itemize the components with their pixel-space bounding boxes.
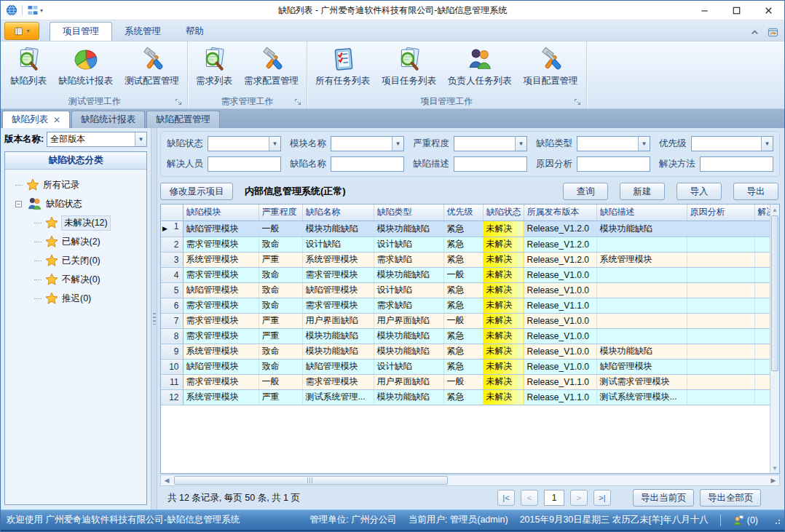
filter-input-cause-analysis[interactable]	[577, 156, 650, 172]
table-row[interactable]: 4需求管理模块致命需求管理模块模块功能缺陷一般未解决Release_V1.0.0	[161, 267, 770, 282]
scroll-right-icon[interactable]: ▶	[768, 475, 779, 485]
ribbon-tab-help[interactable]: 帮助	[173, 22, 216, 41]
row-selector[interactable]: 11	[161, 374, 183, 389]
row-selector[interactable]: 8	[161, 328, 183, 344]
column-header[interactable]: 缺陷状态	[483, 205, 524, 221]
column-header[interactable]: 优先级	[443, 205, 483, 221]
filter-combo-severity[interactable]: ▼	[454, 136, 527, 151]
grid-vertical-scrollbar[interactable]: ▲ ▼	[770, 205, 779, 473]
column-header[interactable]: 严重程度	[259, 205, 302, 221]
tree-item-all-records[interactable]: 所有记录	[5, 175, 146, 194]
ribbon-button-project-task-list[interactable]: 项目任务列表	[376, 44, 441, 89]
dialog-launcher-icon[interactable]	[574, 98, 582, 106]
tree-item-resolved[interactable]: 已解决(2)	[5, 232, 146, 251]
messenger-status[interactable]: (0)	[733, 515, 758, 526]
doc-tab-defect-config-management[interactable]: 缺陷配置管理	[146, 111, 220, 128]
ribbon-button-all-task-list[interactable]: 所有任务列表	[310, 44, 375, 89]
export-current-page-button[interactable]: 导出当前页	[633, 489, 694, 507]
query-button[interactable]: 查询	[563, 183, 608, 200]
application-menu-button[interactable]: ▾	[4, 22, 39, 40]
column-header[interactable]: 缺陷模块	[183, 205, 259, 221]
tree-item-closed[interactable]: 已关闭(0)	[5, 251, 146, 270]
doc-tab-defect-list[interactable]: 缺陷列表✕	[2, 111, 70, 128]
chevron-down-icon[interactable]: ▼	[392, 137, 403, 151]
doc-tab-defect-stats-report[interactable]: 缺陷统计报表	[71, 111, 145, 128]
filter-combo-defect-status[interactable]: ▼	[208, 136, 281, 151]
ribbon-tab-system-management[interactable]: 系统管理	[112, 22, 173, 41]
row-selector[interactable]: 10	[161, 359, 183, 374]
close-button[interactable]	[752, 1, 784, 20]
export-all-pages-button[interactable]: 导出全部页	[700, 489, 761, 507]
row-selector[interactable]: 4	[161, 267, 183, 282]
row-selector[interactable]: ▶1	[161, 221, 183, 237]
export-button[interactable]: 导出	[733, 183, 778, 200]
collapse-toggle-icon[interactable]: −	[15, 201, 22, 207]
close-tab-icon[interactable]: ✕	[53, 115, 60, 125]
filter-combo-defect-type[interactable]: ▼	[577, 136, 650, 151]
import-button[interactable]: 导入	[676, 183, 722, 200]
table-row[interactable]: 11需求管理模块一般需求管理模块用户界面缺陷一般未解决Release_V1.1.…	[161, 374, 770, 389]
ribbon-button-requirement-list[interactable]: 需求列表	[191, 44, 237, 89]
table-row[interactable]: 7需求管理模块严重用户界面缺陷用户界面缺陷一般未解决Release_V1.0.0	[161, 313, 770, 328]
table-row[interactable]: ▶1缺陷管理模块一般模块功能缺陷模块功能缺陷紧急未解决Release_V1.2.…	[161, 221, 770, 237]
filter-combo-priority[interactable]: ▼	[691, 136, 774, 151]
scroll-up-icon[interactable]: ▲	[770, 205, 779, 215]
version-combo[interactable]: 全部版本 ▼	[47, 132, 147, 147]
filter-input-defect-name[interactable]	[331, 156, 404, 172]
filter-input-defect-description[interactable]	[454, 156, 527, 172]
table-row[interactable]: 12系统管理模块严重测试系统管理...模块功能缺陷紧急未解决Release_V1…	[161, 389, 770, 405]
table-row[interactable]: 5缺陷管理模块致命缺陷管理模块设计缺陷紧急未解决Release_V1.0.0	[161, 282, 770, 298]
sidebar-splitter[interactable]	[151, 128, 157, 509]
filter-input-solution[interactable]	[700, 156, 773, 172]
globe-icon[interactable]	[6, 4, 17, 16]
column-header[interactable]: 缺陷类型	[374, 205, 443, 221]
column-header[interactable]: 解决方法	[754, 205, 770, 221]
ribbon-button-project-config-management[interactable]: 项目配置管理	[518, 44, 583, 89]
ribbon-tab-project-management[interactable]: 项目管理	[50, 22, 112, 41]
chevron-down-icon[interactable]: ▼	[761, 137, 773, 151]
row-selector[interactable]: 5	[161, 282, 183, 298]
ribbon-button-defect-list[interactable]: 缺陷列表	[5, 44, 52, 89]
column-header[interactable]: 缺陷描述	[596, 205, 687, 221]
table-row[interactable]: 6需求管理模块致命需求管理模块需求缺陷紧急未解决Release_V1.1.0	[161, 298, 770, 313]
row-selector[interactable]: 7	[161, 313, 183, 328]
column-header[interactable]: 原因分析	[687, 205, 754, 221]
prev-page-button[interactable]: <	[521, 490, 538, 506]
ribbon-button-requirement-config-management[interactable]: 需求配置管理	[239, 44, 304, 89]
chevron-down-icon[interactable]: ▼	[269, 137, 280, 151]
table-row[interactable]: 2需求管理模块致命设计缺陷设计缺陷紧急未解决Release_V1.2.0	[161, 237, 770, 252]
layout-icon[interactable]: ▾	[27, 4, 43, 16]
collapse-ribbon-icon[interactable]	[749, 27, 760, 38]
table-row[interactable]: 3系统管理模块严重系统管理模块需求缺陷紧急未解决Release_V1.2.0系统…	[161, 252, 770, 267]
column-header[interactable]: 所属发布版本	[524, 205, 596, 221]
dialog-launcher-icon[interactable]	[294, 98, 302, 106]
scroll-left-icon[interactable]: ◀	[161, 475, 173, 485]
scroll-down-icon[interactable]: ▼	[770, 463, 779, 473]
table-row[interactable]: 8需求管理模块严重模块功能缺陷模块功能缺陷紧急未解决Release_V1.0.0	[161, 328, 770, 344]
row-selector[interactable]: 12	[161, 389, 183, 405]
grid-horizontal-scrollbar[interactable]: ◀ ▶	[160, 475, 780, 486]
row-selector[interactable]: 2	[161, 237, 183, 252]
tree-item-defect-status[interactable]: −缺陷状态	[5, 194, 146, 213]
tree-item-wont-fix[interactable]: 不解决(0)	[5, 270, 146, 289]
next-page-button[interactable]: >	[570, 490, 588, 506]
horizontal-scroll-thumb[interactable]	[174, 476, 448, 485]
vertical-scroll-thumb[interactable]	[771, 215, 778, 371]
tree-item-postponed[interactable]: 推迟(0)	[5, 289, 146, 308]
row-selector[interactable]: 6	[161, 298, 183, 313]
modify-display-button[interactable]: 修改显示项目	[160, 183, 233, 200]
tree-item-unresolved[interactable]: 未解决(12)	[5, 213, 146, 232]
style-switch-icon[interactable]	[768, 27, 778, 38]
last-page-button[interactable]: >|	[593, 490, 611, 506]
resize-grip[interactable]	[773, 517, 780, 524]
chevron-down-icon[interactable]: ▼	[515, 137, 526, 151]
column-header[interactable]: 缺陷名称	[302, 205, 374, 221]
dialog-launcher-icon[interactable]	[175, 98, 183, 106]
new-button[interactable]: 新建	[620, 183, 665, 200]
minimize-button[interactable]	[688, 1, 720, 20]
row-selector[interactable]: 9	[161, 344, 183, 359]
maximize-button[interactable]	[720, 1, 752, 20]
horizontal-scroll-track[interactable]	[173, 475, 768, 485]
table-row[interactable]: 10缺陷管理模块致命缺陷管理模块设计缺陷紧急未解决Release_V1.0.0缺…	[161, 359, 770, 374]
table-row[interactable]: 9系统管理模块致命模块功能缺陷模块功能缺陷紧急未解决Release_V1.0.0…	[161, 344, 770, 359]
